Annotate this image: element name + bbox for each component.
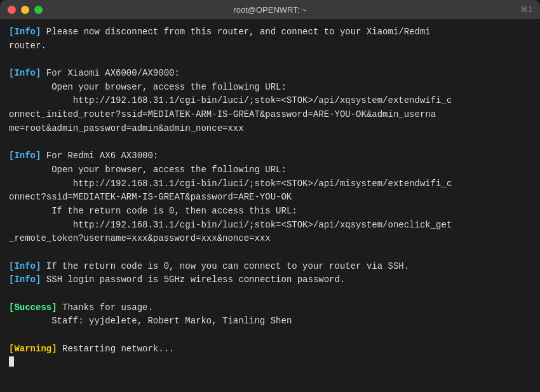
info-tag: [Info] [9,274,41,285]
terminal-line: onnect_inited_router?ssid=MEDIATEK-ARM-I… [9,108,531,122]
window-title: root@OPENWRT: ~ [233,5,306,15]
line-text: SSH login password is 5GHz wireless conn… [41,274,345,285]
terminal-body[interactable]: [Info] Please now disconnect from this r… [0,19,540,392]
terminal-cursor [9,356,14,367]
maximize-button[interactable] [34,6,43,14]
line-text: http://192.168.31.1/cgi-bin/luci/;stok=<… [9,95,452,105]
terminal-line: onnect?ssid=MEDIATEK-ARM-IS-GREAT&passwo… [9,191,531,205]
line-text: Open your browser, access the following … [9,165,287,175]
terminal-line: [Info] Please now disconnect from this r… [9,25,531,39]
terminal-line: If the return code is 0, then access thi… [9,205,531,219]
line-text: Please now disconnect from this router, … [41,27,430,37]
line-text: If the return code is 0, then access thi… [9,206,297,216]
info-tag: [Info] [9,68,41,78]
shortcut-label: ⌘1 [520,5,532,14]
line-text: Staff: yyjdelete, Robert Marko, Tianling… [9,316,292,326]
terminal-line: [Info] SSH login password is 5GHz wirele… [9,273,531,287]
terminal-line: http://192.168.31.1/cgi-bin/luci/;stok=<… [9,219,531,233]
empty-line [9,53,531,67]
line-text: http://192.168.31.1/cgi-bin/luci/;stok=<… [9,179,452,189]
terminal-line: Staff: yyjdelete, Robert Marko, Tianling… [9,314,531,328]
line-text: router. [9,41,46,51]
cursor-line [9,356,531,367]
warning-tag: [Warning] [9,344,57,354]
terminal-line: http://192.168.31.1/cgi-bin/luci/;stok=<… [9,94,531,108]
empty-line [9,328,531,342]
empty-line [9,246,531,260]
line-text: For Redmi AX6 AX3000: [41,151,158,161]
terminal-line: [Info] For Redmi AX6 AX3000: [9,149,531,163]
terminal-line: [Success] Thanks for usage. [9,301,531,315]
terminal-line: [Warning] Restarting network... [9,342,531,356]
terminal-line: _remote_token?username=xxx&password=xxx&… [9,232,531,246]
terminal-line: [Info] If the return code is 0, now you … [9,260,531,274]
line-text: For Xiaomi AX6000/AX9000: [41,68,179,78]
line-text: Open your browser, access the following … [9,82,287,92]
empty-line [9,287,531,301]
line-text: onnect_inited_router?ssid=MEDIATEK-ARM-I… [9,109,436,119]
terminal-line: [Info] For Xiaomi AX6000/AX9000: [9,67,531,81]
terminal-line: me=root&admin_password=admin&admin_nonce… [9,122,531,136]
traffic-lights [8,6,43,14]
line-text: onnect?ssid=MEDIATEK-ARM-IS-GREAT&passwo… [9,192,292,202]
line-text: me=root&admin_password=admin&admin_nonce… [9,123,244,133]
empty-line [9,136,531,150]
line-text: If the return code is 0, now you can con… [41,261,409,271]
success-tag: [Success] [9,302,57,313]
line-text: http://192.168.31.1/cgi-bin/luci/;stok=<… [9,220,452,230]
line-text: Restarting network... [57,344,175,354]
minimize-button[interactable] [21,6,29,14]
line-text: _remote_token?username=xxx&password=xxx&… [9,233,271,243]
terminal-line: Open your browser, access the following … [9,81,531,95]
info-tag: [Info] [9,151,41,161]
title-bar: root@OPENWRT: ~ ⌘1 [0,0,540,19]
terminal-window: root@OPENWRT: ~ ⌘1 [Info] Please now dis… [0,0,540,392]
terminal-line: http://192.168.31.1/cgi-bin/luci/;stok=<… [9,177,531,191]
line-text: Thanks for usage. [57,302,153,313]
terminal-line: router. [9,39,531,53]
close-button[interactable] [8,6,16,14]
info-tag: [Info] [9,261,41,271]
terminal-line: Open your browser, access the following … [9,163,531,177]
info-tag: [Info] [9,27,41,37]
